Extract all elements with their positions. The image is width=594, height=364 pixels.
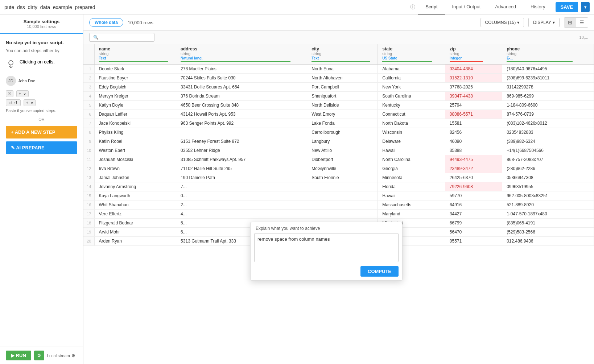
cell-city[interactable]: North Altohaven [307, 74, 378, 83]
cell-city[interactable]: North Dellside [307, 101, 378, 110]
cell-name[interactable]: Phyliss Kling [94, 128, 176, 137]
cell-phone[interactable]: (180)940-9676x4495 [502, 65, 594, 74]
cell-city[interactable]: Lake Fonda [307, 119, 378, 128]
cell-phone[interactable]: 01142290278 [502, 83, 594, 92]
cell-state[interactable]: Wisconsin [378, 128, 445, 137]
search-input[interactable] [89, 33, 154, 42]
cell-zip[interactable]: 25794 [445, 101, 502, 110]
cell-name[interactable]: Daquan Leffler [94, 110, 176, 119]
columns-button[interactable]: COLUMNS (15) ▾ [480, 18, 524, 27]
cell-zip[interactable]: 35388 [445, 146, 502, 155]
cell-address[interactable]: 43142 Howell Ports Apt. 953 [176, 110, 307, 119]
cell-name[interactable]: Jace Konopelski [94, 119, 176, 128]
cell-address[interactable]: 6151 Feeney Forest Suite 872 [176, 137, 307, 146]
save-button[interactable]: SAVE [556, 2, 578, 12]
cell-state[interactable]: Georgia [378, 164, 445, 173]
cell-city[interactable] [307, 200, 378, 210]
cell-phone[interactable]: 05366947308 [502, 173, 594, 182]
run-options-button[interactable]: ⚙ [34, 351, 44, 360]
cell-state[interactable]: North Dakota [378, 119, 445, 128]
cell-name[interactable]: Katlyn Doyle [94, 101, 176, 110]
ai-prepare-button[interactable]: ✎ AI PREPARE [6, 141, 77, 154]
cell-phone[interactable]: (280)962-2286 [502, 164, 594, 173]
nav-advanced[interactable]: Advanced [488, 0, 523, 15]
cell-name[interactable]: Arvid Mohr [94, 228, 176, 237]
cell-address[interactable]: 278 Mueller Plains [176, 65, 307, 74]
cell-address[interactable]: 376 Dorinda Stream [176, 92, 307, 101]
cell-city[interactable]: McGlynnville [307, 164, 378, 173]
cell-address[interactable]: 03552 Lehner Ridge [176, 146, 307, 155]
nav-input-output[interactable]: Input / Output [445, 0, 488, 15]
cell-zip[interactable]: 79226-9608 [445, 182, 502, 191]
cell-zip[interactable]: 59770 [445, 191, 502, 200]
cell-address[interactable]: 0... [176, 191, 307, 200]
cell-address[interactable]: 7... [176, 182, 307, 191]
col-header-name[interactable]: name string Text [94, 44, 176, 65]
cell-zip[interactable]: 56470 [445, 228, 502, 237]
display-button[interactable]: DISPLAY ▾ [528, 18, 560, 27]
cell-zip[interactable]: 23489-3472 [445, 164, 502, 173]
save-dropdown-button[interactable]: ▾ [581, 2, 590, 12]
col-header-zip[interactable]: zip string Integer [445, 44, 502, 65]
cell-phone[interactable]: (835)065-4191 [502, 219, 594, 228]
cell-phone[interactable]: +14(1)6687504566 [502, 146, 594, 155]
cell-zip[interactable]: 15581 [445, 119, 502, 128]
cell-address[interactable]: 33431 Dollie Squares Apt. 654 [176, 83, 307, 92]
cell-state[interactable]: Delaware [378, 137, 445, 146]
cell-state[interactable]: Connecticut [378, 110, 445, 119]
ai-popup-textarea[interactable] [254, 233, 399, 262]
whole-data-button[interactable]: Whole data [89, 18, 123, 27]
cell-state[interactable]: California [378, 74, 445, 83]
cell-name[interactable]: Eddy Bogisich [94, 83, 176, 92]
cell-state[interactable]: Florida [378, 182, 445, 191]
cell-address[interactable]: 190 Danielle Path [176, 173, 307, 182]
cell-name[interactable]: Deonte Stark [94, 65, 176, 74]
add-new-step-button[interactable]: + ADD A NEW STEP [6, 126, 77, 138]
cell-zip[interactable]: 01522-1310 [445, 74, 502, 83]
cell-zip[interactable]: 08086-5571 [445, 110, 502, 119]
cell-state[interactable]: Alabama [378, 65, 445, 74]
cell-zip[interactable]: 82456 [445, 128, 502, 137]
cell-address[interactable] [176, 128, 307, 137]
cell-name[interactable]: Weston Ebert [94, 146, 176, 155]
cell-phone[interactable]: 874-576-0739 [502, 110, 594, 119]
cell-phone[interactable]: 1-184-809-6600 [502, 101, 594, 110]
grid-view-button[interactable]: ⊞ [564, 18, 576, 27]
cell-zip[interactable]: 39347-4438 [445, 92, 502, 101]
cell-city[interactable]: Langbury [307, 137, 378, 146]
cell-address[interactable]: 4650 Beer Crossing Suite 848 [176, 101, 307, 110]
nav-script[interactable]: Script [418, 0, 445, 15]
compute-button[interactable]: COMPUTE [360, 266, 399, 277]
cell-city[interactable]: Carrollborough [307, 128, 378, 137]
cell-phone[interactable]: 02354832883 [502, 128, 594, 137]
cell-city[interactable]: West Emory [307, 110, 378, 119]
cell-name[interactable]: Vere Effertz [94, 210, 176, 219]
cell-zip[interactable]: 26425-6370 [445, 173, 502, 182]
cell-name[interactable]: Mervyn Kreiger [94, 92, 176, 101]
cell-city[interactable] [307, 182, 378, 191]
cell-zip[interactable]: 46090 [445, 137, 502, 146]
cell-state[interactable]: Hawaii [378, 191, 445, 200]
cell-phone[interactable]: 09963519955 [502, 182, 594, 191]
cell-address[interactable]: 31085 Schmitt Parkways Apt. 957 [176, 155, 307, 164]
cell-city[interactable]: South Fronnie [307, 173, 378, 182]
cell-city[interactable]: Port Campbell [307, 83, 378, 92]
cell-state[interactable]: Minnesota [378, 173, 445, 182]
col-header-city[interactable]: city string Text [307, 44, 378, 65]
list-view-button[interactable]: ☰ [576, 18, 588, 27]
cell-state[interactable]: Maryland [378, 210, 445, 219]
col-header-address[interactable]: address string Natural lang. [176, 44, 307, 65]
cell-name[interactable]: Katlin Robel [94, 137, 176, 146]
cell-name[interactable]: Fitzgerald Bednar [94, 219, 176, 228]
cell-city[interactable] [307, 210, 378, 219]
cell-city[interactable]: North Euna [307, 65, 378, 74]
cell-city[interactable]: New Attilio [307, 146, 378, 155]
cell-state[interactable]: New York [378, 83, 445, 92]
cell-zip[interactable]: 03404-4384 [445, 65, 502, 74]
nav-history[interactable]: History [523, 0, 552, 15]
cell-phone[interactable]: 1-047-570-1897x480 [502, 210, 594, 219]
cell-zip[interactable]: 64916 [445, 200, 502, 210]
col-header-state[interactable]: state string US State [378, 44, 445, 65]
cell-city[interactable]: Shaniquafort [307, 92, 378, 101]
cell-state[interactable]: Hawaii [378, 146, 445, 155]
